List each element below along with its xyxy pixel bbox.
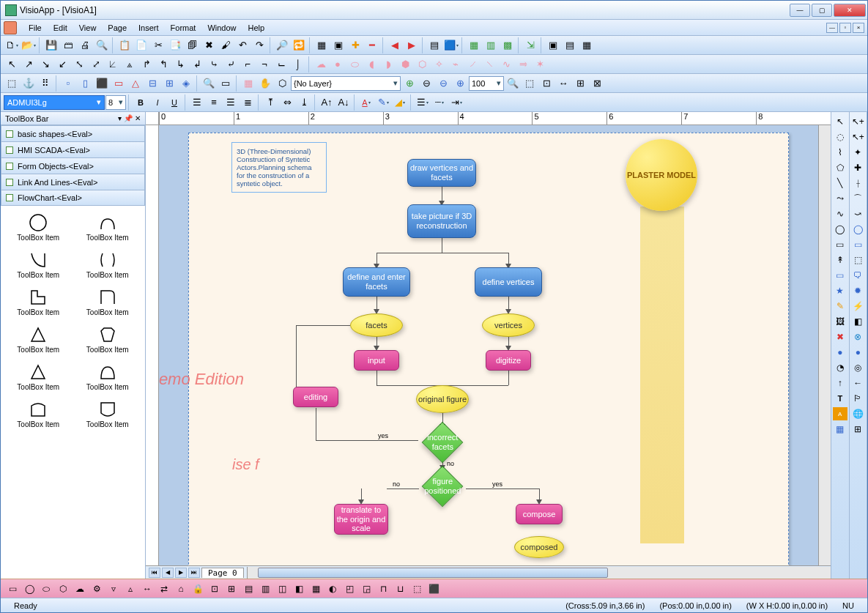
b8[interactable]: ▵	[123, 582, 138, 596]
menu-insert[interactable]: Insert	[133, 22, 165, 34]
text-icon[interactable]: T	[833, 392, 847, 405]
cloudm[interactable]: ⥤	[515, 56, 531, 73]
pointer3-icon[interactable]: ↖+	[850, 130, 865, 144]
snap4[interactable]: ▭	[111, 75, 127, 92]
save-all-button[interactable]: 🗃	[60, 37, 76, 53]
grid-dots[interactable]: ⠿	[37, 75, 53, 92]
conn8[interactable]: ⟁	[122, 56, 138, 73]
b7[interactable]: ▿	[106, 582, 121, 596]
conn17[interactable]: ⌙	[273, 56, 289, 73]
conn16[interactable]: ¬	[256, 56, 272, 73]
align-center[interactable]: ≡	[206, 94, 222, 111]
cloudb[interactable]: ●	[330, 56, 346, 73]
cross-icon[interactable]: ✖	[833, 330, 847, 343]
align-tool[interactable]: ▦	[240, 75, 256, 92]
app-menu-icon[interactable]	[4, 21, 17, 34]
zw[interactable]: ↔	[555, 75, 571, 92]
b16[interactable]: ▥	[258, 582, 272, 596]
node-editing[interactable]: editing	[293, 387, 338, 407]
conn11[interactable]: ↳	[172, 56, 188, 73]
inc-size[interactable]: A↑	[319, 94, 335, 111]
underline-button[interactable]: U	[166, 94, 182, 111]
delete-button[interactable]: ✖	[201, 37, 217, 53]
description-box[interactable]: 3D (Three-Dimensional) Construction of S…	[231, 142, 327, 193]
trsh-icon[interactable]: ⊗	[850, 330, 865, 343]
clipboard-button[interactable]: 📑	[167, 37, 183, 53]
cat-hmi[interactable]: HMI SCADA-<Eval>	[1, 141, 145, 157]
cloude[interactable]: ◗	[380, 56, 396, 73]
node-facets[interactable]: facets	[350, 313, 403, 337]
minimize-button[interactable]: —	[790, 4, 810, 17]
node-figure-positioned[interactable]: figure positioned	[422, 466, 464, 508]
b22[interactable]: ◲	[359, 582, 374, 596]
b5[interactable]: ☁	[73, 582, 87, 596]
menu-view[interactable]: View	[73, 22, 103, 34]
v-top[interactable]: ⤒	[262, 94, 278, 111]
grid1-button[interactable]: ▦	[466, 37, 482, 53]
conn7[interactable]: ⟀	[105, 56, 121, 73]
shape-item[interactable]: ToolBox Item	[75, 248, 141, 282]
tab-prev[interactable]: ◀	[162, 568, 174, 578]
polyline-icon[interactable]: ⌇	[833, 146, 847, 159]
ole-icon[interactable]: ◧	[850, 315, 865, 328]
b10[interactable]: ⇄	[157, 582, 171, 596]
close-button[interactable]: ✕	[834, 4, 866, 17]
snap5[interactable]: △	[127, 75, 144, 92]
conn9[interactable]: ↱	[138, 56, 155, 73]
preview-button[interactable]: 🔍	[94, 37, 110, 53]
v-mid[interactable]: ⇔	[279, 94, 295, 111]
b13[interactable]: ⊡	[207, 582, 222, 596]
v-bot[interactable]: ⤓	[296, 94, 312, 111]
b15[interactable]: ▤	[241, 582, 256, 596]
maximize-button[interactable]: ▢	[812, 4, 832, 17]
burst-icon[interactable]: ✹	[850, 284, 865, 297]
arc-icon[interactable]: ⌒	[850, 192, 865, 205]
b14[interactable]: ⊞	[224, 582, 239, 596]
cloudi[interactable]: ⌁	[448, 56, 464, 73]
italic-button[interactable]: I	[149, 94, 166, 111]
b24[interactable]: ⊔	[393, 582, 407, 596]
curve2-icon[interactable]: ∿	[833, 207, 847, 220]
cloudg[interactable]: ⬡	[414, 56, 430, 73]
redo-button[interactable]: ↷	[251, 37, 267, 53]
bolt-icon[interactable]: ⚡	[850, 300, 865, 313]
ring-icon[interactable]: ◎	[850, 361, 865, 374]
cloudn[interactable]: ✶	[532, 56, 548, 73]
line-icon[interactable]: ╲	[833, 177, 847, 190]
conn2[interactable]: ↗	[21, 56, 37, 73]
node-take-picture[interactable]: take picture if 3D reconstruction	[407, 204, 476, 238]
menu-window[interactable]: Window	[201, 22, 242, 34]
tab-last[interactable]: ⏭	[188, 568, 200, 578]
ellipse2-icon[interactable]: ◯	[850, 223, 865, 236]
conn-icon[interactable]: ⤳	[833, 192, 847, 205]
node-vertices[interactable]: vertices	[482, 313, 535, 337]
rect2-icon[interactable]: ▭	[850, 238, 865, 251]
shape-item[interactable]: ToolBox Item	[75, 322, 141, 357]
cloudf[interactable]: ⬢	[397, 56, 413, 73]
conn5[interactable]: ⤡	[71, 56, 87, 73]
cloudd[interactable]: ◖	[363, 56, 379, 73]
page[interactable]: PLASTER MODEL 3D (Three-Dimensional) Con…	[188, 133, 789, 565]
node-incorrect-facets[interactable]: incorrect facets	[422, 422, 464, 464]
menu-file[interactable]: File	[23, 22, 48, 34]
poly-icon[interactable]: ⬠	[833, 161, 847, 174]
select-all-button[interactable]: ▣	[330, 37, 346, 53]
grid2-button[interactable]: ▥	[483, 37, 499, 53]
fontsize-combo[interactable]: 8	[105, 95, 126, 110]
plaster-badge[interactable]: PLASTER MODEL	[626, 139, 697, 211]
cloudh[interactable]: ✧	[431, 56, 447, 73]
snap1[interactable]: ▫	[60, 75, 76, 92]
arrowup-icon[interactable]: ↟	[833, 253, 847, 267]
zactual[interactable]: ⊞	[572, 75, 588, 92]
dec-size[interactable]: A↓	[335, 94, 352, 111]
paste-button[interactable]: 📄	[133, 37, 149, 53]
cross2-icon[interactable]: ✚	[850, 161, 865, 174]
shape-item[interactable]: ToolBox Item	[75, 360, 141, 394]
tab-next[interactable]: ▶	[175, 568, 187, 578]
node-draw-vertices[interactable]: draw vertices and facets	[407, 159, 476, 187]
flag-icon[interactable]: 🏳	[850, 392, 865, 405]
bezier-icon[interactable]: ⤻	[850, 207, 865, 220]
snap8[interactable]: ◈	[178, 75, 194, 92]
snap7[interactable]: ⊞	[161, 75, 177, 92]
sheet-button[interactable]: ▤	[426, 37, 442, 53]
